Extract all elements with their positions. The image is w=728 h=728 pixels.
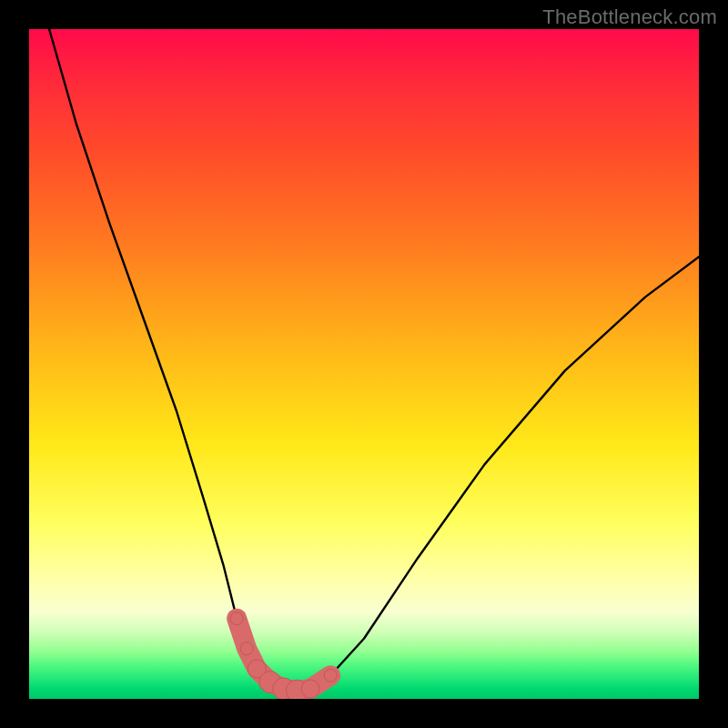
bottleneck-curve xyxy=(49,29,699,691)
marker-point xyxy=(324,669,337,682)
marker-point xyxy=(240,642,253,655)
marker-point xyxy=(230,612,243,625)
chart-frame: TheBottleneck.com xyxy=(0,0,728,728)
watermark-text: TheBottleneck.com xyxy=(542,5,717,29)
marker-point xyxy=(301,680,319,698)
chart-svg xyxy=(29,29,699,699)
